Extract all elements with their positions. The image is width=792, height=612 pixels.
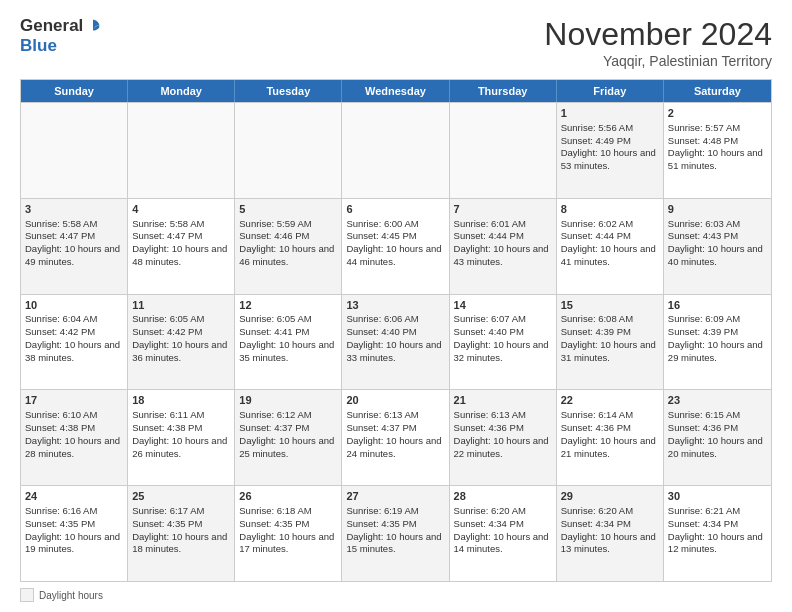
header: General Blue November 2024 Yaqqir, Pales… [20,16,772,69]
day-num: 18 [132,393,230,408]
sunrise: Sunrise: 6:02 AM [561,218,659,231]
day-num: 27 [346,489,444,504]
day-num: 30 [668,489,767,504]
cal-row-4: 24 Sunrise: 6:16 AM Sunset: 4:35 PM Dayl… [21,485,771,581]
cal-cell-3-6: 23 Sunrise: 6:15 AM Sunset: 4:36 PM Dayl… [664,390,771,485]
sunrise: Sunrise: 6:09 AM [668,313,767,326]
sunrise: Sunrise: 6:20 AM [454,505,552,518]
day-num: 9 [668,202,767,217]
sunset: Sunset: 4:35 PM [132,518,230,531]
daylight: Daylight: 10 hours and 20 minutes. [668,435,767,461]
daylight: Daylight: 10 hours and 19 minutes. [25,531,123,557]
cal-cell-4-6: 30 Sunrise: 6:21 AM Sunset: 4:34 PM Dayl… [664,486,771,581]
daylight: Daylight: 10 hours and 15 minutes. [346,531,444,557]
cal-cell-2-3: 13 Sunrise: 6:06 AM Sunset: 4:40 PM Dayl… [342,295,449,390]
sunrise: Sunrise: 6:16 AM [25,505,123,518]
sunrise: Sunrise: 6:15 AM [668,409,767,422]
sunrise: Sunrise: 5:58 AM [132,218,230,231]
daylight: Daylight: 10 hours and 25 minutes. [239,435,337,461]
sunset: Sunset: 4:34 PM [668,518,767,531]
cal-cell-0-4 [450,103,557,198]
daylight: Daylight: 10 hours and 24 minutes. [346,435,444,461]
header-friday: Friday [557,80,664,102]
day-num: 10 [25,298,123,313]
cal-cell-1-6: 9 Sunrise: 6:03 AM Sunset: 4:43 PM Dayli… [664,199,771,294]
location: Yaqqir, Palestinian Territory [544,53,772,69]
sunrise: Sunrise: 5:58 AM [25,218,123,231]
cal-cell-2-4: 14 Sunrise: 6:07 AM Sunset: 4:40 PM Dayl… [450,295,557,390]
cal-cell-0-3 [342,103,449,198]
sunrise: Sunrise: 6:19 AM [346,505,444,518]
day-num: 1 [561,106,659,121]
sunrise: Sunrise: 6:08 AM [561,313,659,326]
sunset: Sunset: 4:39 PM [561,326,659,339]
day-num: 19 [239,393,337,408]
daylight: Daylight: 10 hours and 28 minutes. [25,435,123,461]
sunset: Sunset: 4:35 PM [239,518,337,531]
sunset: Sunset: 4:34 PM [454,518,552,531]
sunset: Sunset: 4:41 PM [239,326,337,339]
day-num: 4 [132,202,230,217]
sunset: Sunset: 4:34 PM [561,518,659,531]
sunrise: Sunrise: 6:18 AM [239,505,337,518]
daylight: Daylight: 10 hours and 32 minutes. [454,339,552,365]
footer: Daylight hours [20,588,772,602]
sunset: Sunset: 4:39 PM [668,326,767,339]
sunset: Sunset: 4:38 PM [25,422,123,435]
daylight: Daylight: 10 hours and 40 minutes. [668,243,767,269]
sunset: Sunset: 4:37 PM [346,422,444,435]
daylight: Daylight: 10 hours and 18 minutes. [132,531,230,557]
sunrise: Sunrise: 6:12 AM [239,409,337,422]
sunset: Sunset: 4:44 PM [454,230,552,243]
cal-row-1: 3 Sunrise: 5:58 AM Sunset: 4:47 PM Dayli… [21,198,771,294]
logo-bird-icon [84,17,102,35]
day-num: 15 [561,298,659,313]
daylight-box [20,588,34,602]
day-num: 21 [454,393,552,408]
sunrise: Sunrise: 6:13 AM [346,409,444,422]
sunset: Sunset: 4:36 PM [561,422,659,435]
daylight: Daylight: 10 hours and 33 minutes. [346,339,444,365]
cal-cell-0-2 [235,103,342,198]
sunrise: Sunrise: 6:17 AM [132,505,230,518]
daylight: Daylight: 10 hours and 13 minutes. [561,531,659,557]
day-num: 14 [454,298,552,313]
sunset: Sunset: 4:40 PM [346,326,444,339]
sunrise: Sunrise: 6:01 AM [454,218,552,231]
day-num: 16 [668,298,767,313]
logo-blue: Blue [20,36,57,55]
daylight: Daylight: 10 hours and 31 minutes. [561,339,659,365]
day-num: 24 [25,489,123,504]
sunset: Sunset: 4:45 PM [346,230,444,243]
logo-text-block: General Blue [20,16,102,55]
day-num: 29 [561,489,659,504]
sunset: Sunset: 4:40 PM [454,326,552,339]
cal-cell-4-1: 25 Sunrise: 6:17 AM Sunset: 4:35 PM Dayl… [128,486,235,581]
daylight: Daylight: 10 hours and 41 minutes. [561,243,659,269]
daylight: Daylight: 10 hours and 35 minutes. [239,339,337,365]
cal-cell-0-5: 1 Sunrise: 5:56 AM Sunset: 4:49 PM Dayli… [557,103,664,198]
sunrise: Sunrise: 6:05 AM [132,313,230,326]
cal-cell-2-2: 12 Sunrise: 6:05 AM Sunset: 4:41 PM Dayl… [235,295,342,390]
daylight: Daylight: 10 hours and 43 minutes. [454,243,552,269]
cal-cell-4-2: 26 Sunrise: 6:18 AM Sunset: 4:35 PM Dayl… [235,486,342,581]
sunrise: Sunrise: 6:04 AM [25,313,123,326]
daylight: Daylight: 10 hours and 26 minutes. [132,435,230,461]
cal-cell-3-5: 22 Sunrise: 6:14 AM Sunset: 4:36 PM Dayl… [557,390,664,485]
cal-cell-1-4: 7 Sunrise: 6:01 AM Sunset: 4:44 PM Dayli… [450,199,557,294]
sunrise: Sunrise: 5:59 AM [239,218,337,231]
sunrise: Sunrise: 6:14 AM [561,409,659,422]
day-num: 28 [454,489,552,504]
day-num: 7 [454,202,552,217]
sunset: Sunset: 4:47 PM [132,230,230,243]
sunrise: Sunrise: 6:21 AM [668,505,767,518]
sunrise: Sunrise: 6:10 AM [25,409,123,422]
cal-cell-4-4: 28 Sunrise: 6:20 AM Sunset: 4:34 PM Dayl… [450,486,557,581]
header-thursday: Thursday [450,80,557,102]
day-num: 25 [132,489,230,504]
daylight: Daylight: 10 hours and 29 minutes. [668,339,767,365]
cal-row-2: 10 Sunrise: 6:04 AM Sunset: 4:42 PM Dayl… [21,294,771,390]
sunrise: Sunrise: 6:06 AM [346,313,444,326]
day-num: 22 [561,393,659,408]
cal-cell-2-6: 16 Sunrise: 6:09 AM Sunset: 4:39 PM Dayl… [664,295,771,390]
